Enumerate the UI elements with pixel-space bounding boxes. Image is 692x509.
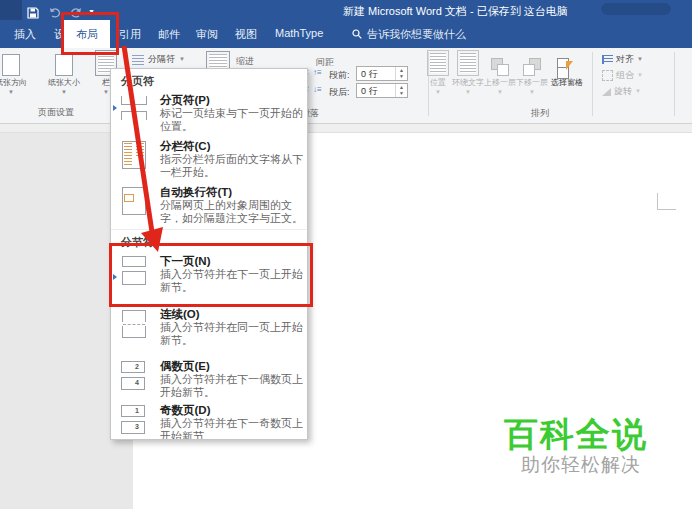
breaks-menu: 分页符 分页符(P) 标记一页结束与下一页开始的位置。 分栏符(C) 指示分栏符… — [110, 68, 308, 440]
space-after-icon: ↓≡ — [313, 85, 322, 94]
page-margin-corner-mark — [657, 193, 676, 210]
breaks-icon — [132, 55, 144, 65]
align-button[interactable]: 对齐 ▼ — [602, 53, 643, 66]
text-wrapping-icon — [119, 185, 149, 229]
title-bar: ▼ 新建 Microsoft Word 文档 - 已保存到 这台电脑 — [0, 0, 692, 20]
odd-page-icon: 1 3 — [119, 403, 149, 440]
menu-item-odd-page[interactable]: 1 3 奇数页(D) 插入分节符并在下一奇数页上开始新节。 — [111, 401, 307, 440]
menu-item-even-page[interactable]: 2 4 偶数页(E) 插入分节符并在下一偶数页上开始新节。 — [111, 357, 307, 401]
word-window: ▼ 新建 Microsoft Word 文档 - 已保存到 这台电脑 插入 设计… — [0, 0, 692, 509]
align-icon — [602, 55, 613, 64]
ribbon-bottom-strip — [0, 124, 692, 133]
page-setup-group-label: 页面设置 — [6, 106, 106, 119]
dropdown-caret-icon: ▼ — [637, 71, 643, 80]
space-before-stepper[interactable]: ▲▼ — [395, 67, 407, 80]
window-title: 新建 Microsoft Word 文档 - 已保存到 这台电脑 — [343, 4, 568, 19]
selection-pane-icon — [546, 52, 588, 78]
dropdown-caret-icon: ▼ — [637, 55, 643, 64]
continuous-icon — [119, 307, 149, 357]
rotate-icon — [602, 88, 611, 96]
dropdown-caret-icon: ▼ — [179, 55, 185, 64]
tab-mailings[interactable]: 邮件 — [158, 27, 180, 42]
tell-me-label: 告诉我你想要做什么 — [367, 27, 466, 42]
next-page-icon — [119, 254, 149, 305]
space-before-input[interactable]: 0 行 ▲▼ — [356, 66, 408, 81]
column-break-icon — [119, 139, 149, 183]
dropdown-caret-icon: ▼ — [512, 88, 552, 97]
orientation-icon — [0, 52, 35, 78]
ribbon-tab-bar: 插入 设计 布局 引用 邮件 审阅 视图 MathType 告诉我你想要做什么 — [0, 20, 692, 48]
customize-qat-caret-icon[interactable]: ▼ — [88, 2, 95, 22]
dropdown-caret-icon: ▼ — [0, 88, 35, 97]
tab-mathtype[interactable]: MathType — [275, 27, 323, 39]
menu-section-header-page-breaks: 分页符 — [111, 69, 307, 91]
dropdown-caret-icon: ▼ — [635, 87, 641, 96]
tell-me-search[interactable]: 告诉我你想要做什么 — [352, 27, 466, 42]
space-before-label: 段前: — [329, 69, 350, 82]
menu-item-column-break[interactable]: 分栏符(C) 指示分栏符后面的文字将从下一栏开始。 — [111, 137, 307, 183]
tab-references[interactable]: 引用 — [119, 27, 141, 42]
breaks-button[interactable]: 分隔符 ▼ — [132, 53, 185, 66]
tab-insert[interactable]: 插入 — [14, 27, 36, 42]
page-break-icon — [119, 93, 149, 137]
space-before-icon: ↑≡ — [313, 68, 322, 77]
watermark-subtitle: 助你轻松解决 — [521, 452, 641, 478]
space-after-label: 段后: — [329, 86, 350, 99]
tab-review[interactable]: 审阅 — [196, 27, 218, 42]
menu-item-continuous[interactable]: 连续(O) 插入分节符并在同一页上开始新节。 — [111, 305, 307, 357]
tab-view[interactable]: 视图 — [235, 27, 257, 42]
orientation-button[interactable]: 纸张方向 ▼ — [0, 52, 35, 97]
menu-item-next-page[interactable]: 下一页(N) 插入分节符并在下一页上开始新节。 — [111, 252, 307, 305]
menu-item-text-wrapping[interactable]: 自动换行符(T) 分隔网页上的对象周围的文字，如分隔题注文字与正文。 — [111, 183, 307, 229]
rotate-button[interactable]: 旋转 ▼ — [602, 85, 641, 98]
group-button[interactable]: 组合 ▼ — [602, 69, 643, 82]
selection-pane-button[interactable]: 选择窗格 — [546, 52, 588, 88]
paper-size-icon — [40, 52, 88, 78]
group-icon — [602, 70, 613, 81]
menu-item-page-break[interactable]: 分页符(P) 标记一页结束与下一页开始的位置。 — [111, 91, 307, 137]
indent-label: 缩进 — [236, 55, 254, 68]
menu-section-header-section-breaks: 分节符 — [111, 229, 307, 252]
paper-size-button[interactable]: 纸张大小 ▼ — [40, 52, 88, 97]
space-after-stepper[interactable]: ▲▼ — [395, 84, 407, 97]
arrange-group-label: 排列 — [505, 107, 575, 120]
dropdown-caret-icon: ▼ — [40, 88, 88, 97]
ribbon: 纸张方向 ▼ 纸张大小 ▼ 栏 ▼ 页面设置 分隔符 ▼ 缩进 间距 ▲▼ ↑≡… — [0, 48, 692, 124]
space-after-input[interactable]: 0 行 ▲▼ — [356, 83, 408, 98]
word-logo-area[interactable] — [0, 0, 22, 20]
even-page-icon: 2 4 — [119, 359, 149, 401]
search-icon — [352, 29, 362, 41]
tab-layout[interactable]: 布局 — [64, 20, 110, 48]
account-area — [601, 3, 671, 15]
